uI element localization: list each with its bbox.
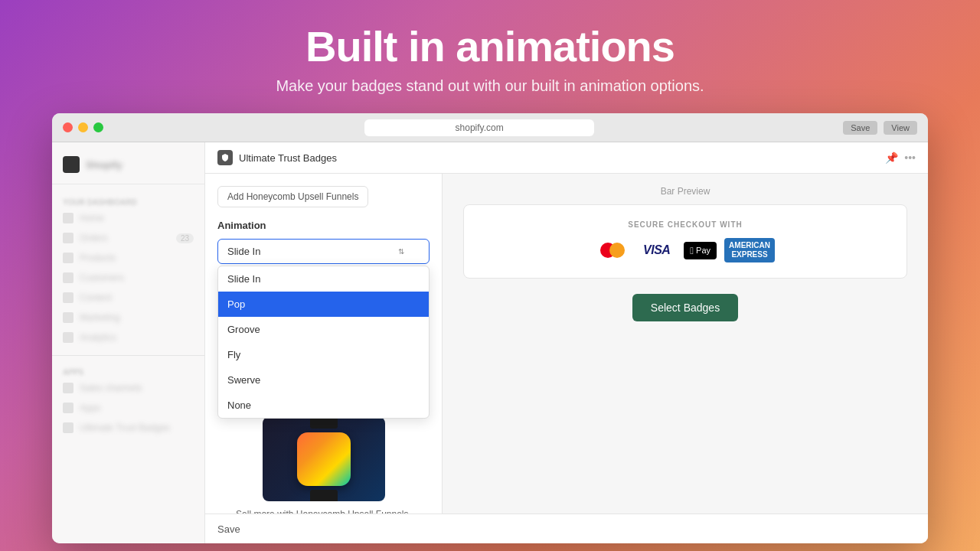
- hero-title: Built in animations: [0, 21, 980, 71]
- sidebar-item-products-label: Products: [80, 253, 116, 263]
- pin-icon[interactable]: 📌: [885, 152, 898, 164]
- sidebar-item-orders-label: Orders: [80, 233, 108, 243]
- dropdown-item-slide-in[interactable]: Slide In: [218, 266, 429, 292]
- save-button[interactable]: Save: [217, 523, 240, 535]
- sidebar-item-sales-channels[interactable]: Sales channels: [52, 378, 204, 398]
- secure-checkout-label: SECURE CHECKOUT WITH: [487, 220, 884, 229]
- logo-icon: [63, 156, 80, 173]
- sidebar-item-analytics-label: Analytics: [80, 332, 116, 343]
- sidebar-item-apps-label: Apps: [80, 403, 100, 413]
- applepay-text: Pay: [696, 246, 710, 255]
- animation-dropdown: Slide In Pop Groove Fly Swerve None: [217, 266, 430, 419]
- close-button[interactable]: [63, 122, 73, 132]
- watch-face: [297, 432, 351, 486]
- sidebar-item-customers[interactable]: Customers: [52, 268, 204, 288]
- plugin-body: Add Honeycomb Upsell Funnels Animation S…: [205, 174, 928, 514]
- sidebar-divider: [52, 355, 204, 356]
- select-arrow-icon: ⇅: [398, 247, 404, 256]
- sidebar-item-sales-channels-label: Sales channels: [80, 383, 142, 393]
- sidebar-item-content[interactable]: Content: [52, 288, 204, 308]
- maximize-button[interactable]: [93, 122, 103, 132]
- apps-icon: [63, 403, 74, 413]
- sidebar-item-marketing[interactable]: Marketing: [52, 308, 204, 328]
- animation-select-wrapper: Slide In ⇅ Slide In Pop Groove Fly Swerv…: [217, 239, 430, 264]
- select-badges-button[interactable]: Select Badges: [632, 294, 738, 321]
- upsell-button[interactable]: Add Honeycomb Upsell Funnels: [217, 186, 368, 207]
- sidebar-item-analytics[interactable]: Analytics: [52, 328, 204, 347]
- mc-circle-yellow: [609, 243, 625, 258]
- customers-icon: [63, 272, 74, 283]
- marketing-icon: [63, 312, 74, 323]
- bar-preview-label: Bar Preview: [661, 186, 710, 197]
- product-caption: Sell more with Honeycomb Upsell Funnels.: [217, 509, 430, 514]
- app-layout: Shopify Your dashboard Home Orders 23 Pr…: [52, 142, 928, 543]
- sidebar-logo: Shopify: [52, 152, 204, 184]
- dropdown-item-fly[interactable]: Fly: [218, 342, 429, 367]
- sidebar-item-home-label: Home: [80, 213, 104, 223]
- products-icon: [63, 253, 74, 263]
- left-panel: Add Honeycomb Upsell Funnels Animation S…: [205, 174, 443, 514]
- plugin-icon: [217, 150, 233, 165]
- visa-badge: VISA: [637, 241, 676, 259]
- dropdown-item-none[interactable]: None: [218, 393, 429, 418]
- sidebar-item-home[interactable]: Home: [52, 208, 204, 228]
- bar-preview-box: SECURE CHECKOUT WITH VISA  Pay: [463, 204, 907, 279]
- more-options-icon[interactable]: •••: [904, 152, 916, 164]
- orders-badge: 23: [176, 233, 194, 243]
- sidebar-item-products[interactable]: Products: [52, 248, 204, 268]
- save-bar: Save: [205, 514, 928, 543]
- right-panel: Bar Preview SECURE CHECKOUT WITH VISA: [443, 174, 928, 514]
- browser-actions: Save View: [843, 121, 917, 135]
- product-image-area: Sell more with Honeycomb Upsell Funnels.: [217, 417, 430, 514]
- watch-band-top: [310, 417, 338, 429]
- sidebar-item-marketing-label: Marketing: [80, 312, 120, 323]
- watch-band-bottom: [310, 490, 338, 501]
- analytics-icon: [63, 332, 74, 343]
- sidebar-section-label-dashboard: Your dashboard: [52, 194, 204, 208]
- main-content: Ultimate Trust Badges 📌 ••• Add Honeycom…: [205, 142, 928, 543]
- browser-address-bar-container: shopify.com: [116, 119, 843, 136]
- animation-section-label: Animation: [217, 220, 430, 231]
- browser-window: shopify.com Save View Shopify Your dashb…: [52, 113, 928, 543]
- content-icon: [63, 292, 74, 303]
- amex-line2: EXPRESS: [729, 250, 770, 259]
- animation-select[interactable]: Slide In ⇅: [217, 239, 430, 264]
- mastercard-badge: [596, 240, 629, 261]
- browser-view-btn[interactable]: View: [884, 121, 917, 135]
- apple-logo-icon: : [690, 245, 694, 256]
- dropdown-item-swerve[interactable]: Swerve: [218, 367, 429, 393]
- browser-save-btn[interactable]: Save: [843, 121, 877, 135]
- home-icon: [63, 213, 74, 223]
- sidebar-item-orders[interactable]: Orders 23: [52, 228, 204, 248]
- sidebar-item-trust-badges-label: Ultimate Trust Badges: [80, 422, 170, 433]
- product-image: [263, 417, 385, 501]
- logo-text: Shopify: [86, 159, 122, 171]
- sidebar: Shopify Your dashboard Home Orders 23 Pr…: [52, 142, 205, 543]
- plugin-panel: Ultimate Trust Badges 📌 ••• Add Honeycom…: [205, 142, 928, 543]
- applepay-badge:  Pay: [684, 242, 717, 259]
- sidebar-item-trust-badges[interactable]: Ultimate Trust Badges: [52, 418, 204, 438]
- plugin-header: Ultimate Trust Badges 📌 •••: [205, 142, 928, 174]
- dropdown-item-pop[interactable]: Pop: [218, 292, 429, 317]
- orders-icon: [63, 233, 74, 243]
- plugin-header-actions: 📌 •••: [885, 152, 916, 164]
- hero-subtitle: Make your badges stand out with our buil…: [0, 77, 980, 95]
- minimize-button[interactable]: [78, 122, 88, 132]
- address-bar[interactable]: shopify.com: [364, 119, 594, 136]
- plugin-title: Ultimate Trust Badges: [239, 152, 337, 164]
- sidebar-section-label-apps: Apps: [52, 364, 204, 378]
- sales-channels-icon: [63, 383, 74, 393]
- dropdown-item-groove[interactable]: Groove: [218, 317, 429, 342]
- sidebar-item-content-label: Content: [80, 292, 112, 303]
- trust-badges-icon: [63, 422, 74, 433]
- payment-badges: VISA  Pay AMERICAN EXPRESS: [487, 238, 884, 262]
- browser-chrome: shopify.com Save View: [52, 113, 928, 142]
- upsell-button-label: Add Honeycomb Upsell Funnels: [227, 191, 358, 202]
- sidebar-item-customers-label: Customers: [80, 272, 124, 283]
- animation-select-value: Slide In: [227, 246, 260, 257]
- sidebar-section-apps: Apps Sales channels Apps Ultimate Trust …: [52, 360, 204, 441]
- sidebar-section-dashboard: Your dashboard Home Orders 23 Products C…: [52, 191, 204, 350]
- sidebar-item-apps[interactable]: Apps: [52, 398, 204, 418]
- traffic-lights: [63, 122, 103, 132]
- amex-badge: AMERICAN EXPRESS: [724, 238, 775, 262]
